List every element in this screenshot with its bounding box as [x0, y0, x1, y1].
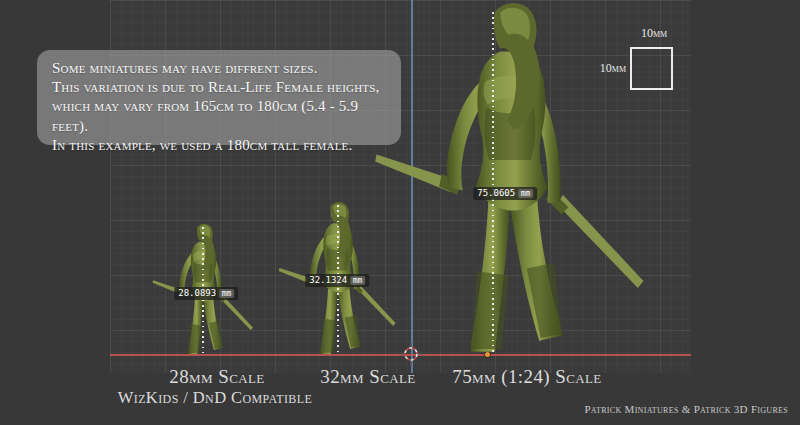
measurement-value: 75.0605 [477, 188, 515, 198]
measurement-unit: mm [518, 189, 533, 198]
measurement-label-75mm: 75.0605 mm [473, 187, 537, 200]
scale-reference-square [630, 47, 673, 90]
measurement-unit: mm [350, 276, 365, 285]
brand-watermark: Patrick Miniatures & Patrick 3D Figures [584, 403, 788, 415]
3d-cursor-icon[interactable] [398, 341, 424, 367]
measurement-value: 28.0893 [178, 288, 216, 298]
scale-label-75mm: 75mm (1:24) Scale [452, 366, 601, 388]
info-line: In this example, we used a 180cm tall fe… [52, 136, 386, 155]
compatibility-label: WizKids / DnD Compatible [118, 388, 312, 408]
measurement-unit: mm [219, 289, 234, 298]
measurement-value: 32.1324 [309, 275, 347, 285]
scale-reference-side-label: 10mm [584, 61, 626, 76]
measurement-label-28mm: 28.0893 mm [174, 287, 238, 300]
info-line: This variation is due to Real-Life Femal… [52, 78, 386, 97]
miniature-75mm[interactable] [371, 0, 649, 357]
info-line: Some miniatures may have diffrent sizes. [52, 59, 386, 78]
scale-label-28mm: 28mm Scale [169, 366, 264, 388]
measurement-label-32mm: 32.1324 mm [305, 274, 369, 287]
measure-line-75mm [492, 12, 494, 353]
info-box: Some miniatures may have diffrent sizes.… [37, 50, 401, 145]
info-line: which may vary from 165cm to 180cm (5.4 … [52, 97, 386, 135]
scale-reference-top-label: 10mm [641, 26, 667, 41]
viewport-3d[interactable]: 28.0893 mm 32.1324 mm 75.0605 mm Some mi… [0, 0, 800, 425]
scale-label-32mm: 32mm Scale [320, 366, 415, 388]
